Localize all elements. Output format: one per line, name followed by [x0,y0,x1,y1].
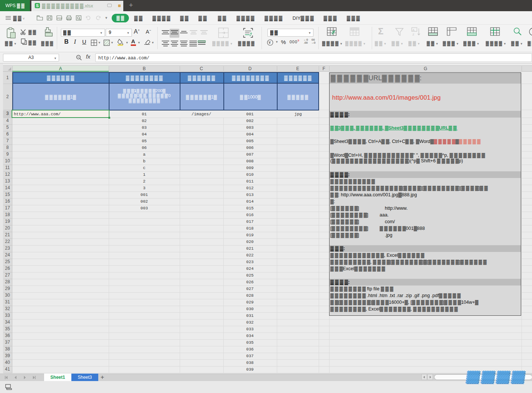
svg-text:Z: Z [412,33,414,36]
svg-text:PDF: PDF [58,17,63,20]
svg-text:A: A [412,28,415,32]
svg-text:¥: ¥ [268,41,271,45]
